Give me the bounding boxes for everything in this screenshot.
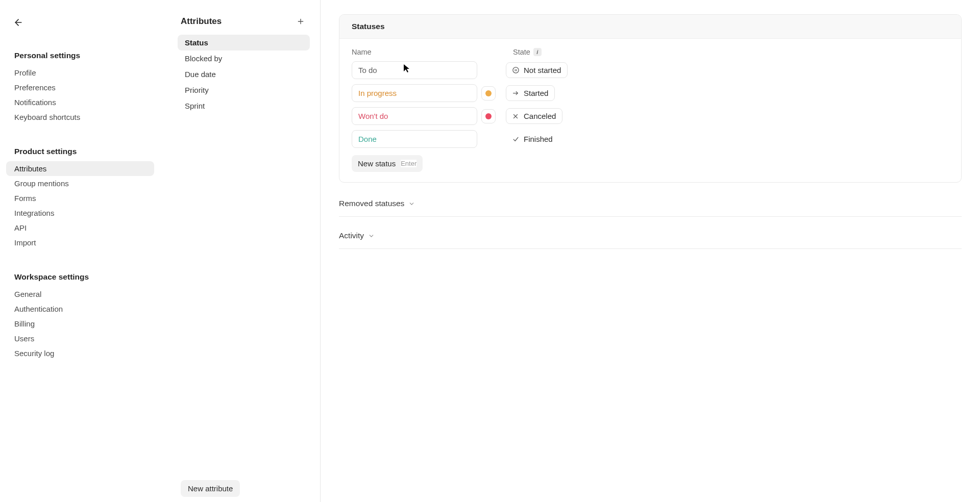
- status-name-input[interactable]: Won't do: [352, 107, 477, 125]
- disclosure-label: Removed statuses: [339, 199, 404, 208]
- status-name-input[interactable]: To do: [352, 61, 477, 79]
- nav-heading: Workspace settings: [14, 272, 158, 282]
- nav-item-preferences[interactable]: Preferences: [14, 80, 158, 95]
- chevron-down-icon: [368, 233, 375, 239]
- attributes-column: Attributes StatusBlocked byDue datePrior…: [163, 0, 321, 502]
- nav-item-notifications[interactable]: Notifications: [14, 95, 158, 110]
- chevron-down-icon: [408, 200, 415, 207]
- nav-item-profile[interactable]: Profile: [14, 65, 158, 80]
- attributes-header: Attributes: [168, 15, 315, 35]
- attribute-item-status[interactable]: Status: [178, 35, 310, 51]
- attribute-list: StatusBlocked byDue datePrioritySprint: [168, 35, 315, 114]
- status-color-swatch[interactable]: [481, 86, 496, 101]
- nav-item-group-mentions[interactable]: Group mentions: [14, 176, 158, 191]
- color-dot-icon: [485, 113, 492, 119]
- status-name-input[interactable]: Done: [352, 130, 477, 148]
- back-button[interactable]: [10, 14, 27, 31]
- arrow-left-icon: [13, 17, 23, 28]
- nav-item-general[interactable]: General: [14, 287, 158, 302]
- nav-section: Workspace settingsGeneralAuthenticationB…: [5, 272, 158, 361]
- status-column-headers: Name State i: [352, 48, 949, 56]
- attribute-item-due-date[interactable]: Due date: [178, 66, 310, 82]
- info-icon[interactable]: i: [533, 48, 542, 56]
- status-row: To doNot started: [352, 61, 949, 79]
- status-color-swatch[interactable]: [481, 109, 496, 123]
- status-row: Won't doCanceled: [352, 107, 949, 125]
- new-status-button[interactable]: New status Enter: [352, 155, 423, 172]
- nav-item-billing[interactable]: Billing: [14, 316, 158, 331]
- status-state-label: Not started: [524, 66, 561, 74]
- status-state-select[interactable]: Not started: [506, 62, 568, 78]
- status-state-select[interactable]: Started: [506, 85, 555, 101]
- nav-item-attributes[interactable]: Attributes: [6, 161, 154, 176]
- status-state-label: Started: [524, 89, 548, 97]
- attribute-item-priority[interactable]: Priority: [178, 82, 310, 98]
- attributes-title: Attributes: [181, 16, 222, 27]
- nav-item-users[interactable]: Users: [14, 331, 158, 346]
- nav-section: Product settingsAttributesGroup mentions…: [5, 147, 158, 250]
- nav-item-keyboard-shortcuts[interactable]: Keyboard shortcuts: [14, 110, 158, 124]
- new-attribute-button[interactable]: New attribute: [181, 480, 240, 497]
- status-state-label: Finished: [524, 135, 553, 143]
- check-icon: [511, 135, 520, 143]
- disclosure-removed-statuses[interactable]: Removed statuses: [339, 199, 962, 217]
- column-header-state-label: State: [513, 48, 530, 56]
- pause-icon: [511, 66, 520, 74]
- nav-item-forms[interactable]: Forms: [14, 191, 158, 206]
- statuses-card-title: Statuses: [339, 15, 961, 39]
- nav-item-security-log[interactable]: Security log: [14, 346, 158, 361]
- column-header-state: State i: [513, 48, 542, 56]
- nav-heading: Product settings: [14, 147, 158, 156]
- add-attribute-button[interactable]: [295, 15, 307, 28]
- color-dot-icon: [485, 90, 492, 96]
- column-header-name: Name: [352, 48, 485, 56]
- new-status-label: New status: [358, 159, 396, 168]
- attribute-item-blocked-by[interactable]: Blocked by: [178, 51, 310, 66]
- status-row: In progressStarted: [352, 84, 949, 102]
- status-name-input[interactable]: In progress: [352, 84, 477, 102]
- attribute-item-sprint[interactable]: Sprint: [178, 98, 310, 114]
- svg-point-3: [512, 67, 518, 73]
- status-state-label: Canceled: [524, 112, 556, 120]
- new-status-kbd: Enter: [401, 160, 416, 167]
- arrow-icon: [511, 89, 520, 97]
- plus-icon: [297, 17, 305, 26]
- nav-item-api[interactable]: API: [14, 220, 158, 235]
- status-row: DoneFinished: [352, 130, 949, 148]
- disclosure-label: Activity: [339, 231, 364, 240]
- nav-item-authentication[interactable]: Authentication: [14, 302, 158, 316]
- x-icon: [511, 112, 520, 120]
- nav-section: Personal settingsProfilePreferencesNotif…: [5, 51, 158, 124]
- nav-heading: Personal settings: [14, 51, 158, 60]
- disclosure-activity[interactable]: Activity: [339, 231, 962, 249]
- statuses-card: Statuses Name State i To doNot startedIn…: [339, 14, 962, 183]
- settings-sidebar: Personal settingsProfilePreferencesNotif…: [0, 0, 163, 502]
- status-state-select[interactable]: Finished: [506, 131, 559, 147]
- nav-item-import[interactable]: Import: [14, 235, 158, 250]
- main-panel: Statuses Name State i To doNot startedIn…: [321, 0, 980, 502]
- status-state-select[interactable]: Canceled: [506, 108, 562, 124]
- nav-item-integrations[interactable]: Integrations: [14, 206, 158, 220]
